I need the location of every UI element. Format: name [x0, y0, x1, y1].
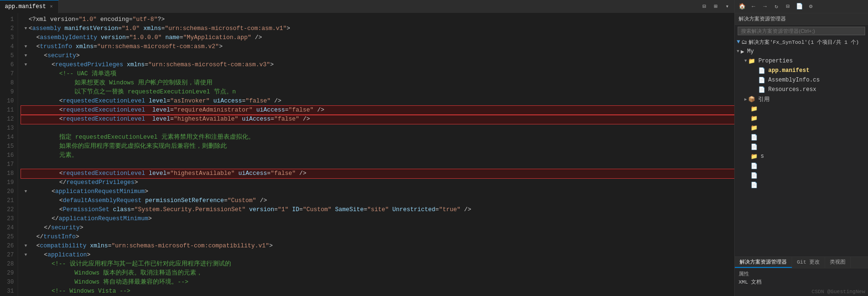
- tag-token: requestedExecutionLevel: [63, 106, 146, 115]
- home-icon[interactable]: 🏠: [737, 1, 747, 12]
- punct-token: [288, 205, 292, 214]
- tag-token: application: [48, 251, 87, 260]
- tag-token: trustInfo: [43, 233, 76, 242]
- code-content[interactable]: <?xml version="1.0" encoding="utf-8"?>▼<…: [18, 13, 734, 296]
- fold-indicator: [23, 171, 29, 177]
- comment-token: <!-- UAC 清单选项: [59, 70, 116, 79]
- collapse-icon[interactable]: ⊟: [783, 1, 793, 12]
- tree-item[interactable]: 📄Resources.resx: [735, 85, 868, 94]
- show-files-icon[interactable]: 📄: [794, 1, 804, 12]
- tree-item[interactable]: 📁: [735, 123, 868, 133]
- tree-item[interactable]: 📁s: [735, 152, 868, 161]
- bottom-tab-1[interactable]: Git 更改: [792, 257, 825, 268]
- tree-item[interactable]: 📄: [735, 133, 868, 142]
- forward-icon[interactable]: →: [760, 1, 770, 12]
- fold-indicator[interactable]: ▼: [23, 244, 29, 249]
- code-line: 以下节点之一替换 requestedExecutionLevel 节点。n: [21, 88, 734, 97]
- fold-indicator[interactable]: ▼: [23, 44, 29, 50]
- tag-token: security: [48, 51, 76, 61]
- punct-token: <: [59, 196, 63, 205]
- tree-fold-icon[interactable]: ▼: [744, 59, 747, 63]
- punct-token: [253, 106, 256, 115]
- code-line: </requestedPrivileges>: [21, 178, 734, 187]
- solution-root[interactable]: ▼ 🗂 解决方案'Fx_SynTool'(1 个项目/共 1 个): [735, 37, 868, 47]
- doc-type-value: XML 文档: [739, 278, 864, 286]
- tree-item[interactable]: 📁: [735, 113, 868, 123]
- attr-token: ID: [292, 205, 299, 214]
- tree-item[interactable]: ▶📦引用: [735, 94, 868, 104]
- fold-indicator: [23, 117, 29, 122]
- tree-item-icon: 📄: [751, 182, 758, 189]
- tree-item-label: AssemblyInfo.cs: [768, 77, 820, 83]
- val-token: "1": [278, 205, 289, 214]
- back-icon[interactable]: ←: [748, 1, 759, 12]
- tree-item[interactable]: 📄AssemblyInfo.cs: [735, 75, 868, 85]
- tree-item[interactable]: ▼▶My: [735, 47, 868, 56]
- punct-token: =: [170, 106, 174, 115]
- bottom-tab-0[interactable]: 解决方案资源管理器: [735, 257, 792, 268]
- code-line: <!-- Windows Vista -->: [21, 287, 734, 296]
- val-token: "asInvoker": [170, 97, 210, 106]
- code-line: Windows 将自动选择最兼容的环境。-->: [21, 278, 734, 287]
- tree-item[interactable]: 📄: [735, 171, 868, 180]
- attr-token: level: [152, 106, 170, 115]
- punct-token: <: [36, 42, 40, 51]
- punct-token: />: [271, 97, 282, 106]
- tree-fold-icon[interactable]: ▼: [737, 49, 739, 54]
- tab-close-button[interactable]: ×: [49, 4, 53, 10]
- tree-item[interactable]: 📄: [735, 180, 868, 190]
- tag-token: requestedPrivileges: [55, 61, 124, 70]
- fold-indicator[interactable]: ▼: [23, 253, 29, 258]
- tree-fold-icon[interactable]: ▶: [744, 97, 747, 102]
- fold-indicator: [23, 153, 29, 159]
- punct-token: [86, 242, 90, 251]
- fold-indicator[interactable]: ▼: [23, 26, 29, 32]
- attr-token: level: [149, 169, 167, 178]
- tree-item[interactable]: 📄: [735, 161, 868, 171]
- code-line: <requestedExecutionLevel level="highestA…: [21, 115, 734, 124]
- tree-item[interactable]: 📁: [735, 104, 868, 113]
- tree-item-icon: 📄: [758, 67, 765, 74]
- tag-token: applicationRequestMinimum: [55, 187, 145, 196]
- tab-bar: app.manifest × ⊟ ⊞ ▾: [0, 0, 734, 13]
- refresh-icon[interactable]: ↻: [771, 1, 782, 12]
- tree-item-icon: 📁: [751, 105, 758, 112]
- split-editor-icon[interactable]: ⊟: [699, 1, 709, 12]
- fold-indicator[interactable]: ▼: [23, 62, 29, 68]
- fold-indicator: [23, 180, 29, 186]
- fold-indicator: [23, 225, 29, 231]
- panel-toolbar: 🏠 ← → ↻ ⊟ 📄 ⚙: [735, 0, 868, 13]
- punct-token: >: [145, 187, 148, 196]
- punct-token: <: [44, 251, 48, 260]
- punct-token: />: [299, 115, 310, 124]
- tree-items-container: ▼▶My▼📁Properties📄app.manifest📄AssemblyIn…: [735, 47, 868, 190]
- tree-item-icon: 📦: [748, 96, 755, 103]
- punct-token: [142, 196, 146, 205]
- new-tab-icon[interactable]: ⊞: [710, 1, 721, 12]
- tree-item[interactable]: ▼📁Properties: [735, 56, 868, 66]
- fold-indicator[interactable]: ▼: [23, 53, 29, 59]
- tree-item[interactable]: 📄app.manifest: [735, 66, 868, 75]
- code-line: ▼<application>: [21, 251, 734, 260]
- solution-explorer-search[interactable]: [738, 27, 865, 35]
- attr-token: uiAccess: [242, 115, 271, 124]
- tree-item[interactable]: 📄: [735, 142, 868, 152]
- fold-indicator[interactable]: ▼: [23, 189, 29, 195]
- fold-indicator: [23, 216, 29, 222]
- tab-app-manifest[interactable]: app.manifest ×: [0, 0, 59, 13]
- tree-item-icon: 📄: [758, 86, 765, 93]
- punct-token: </: [44, 224, 51, 233]
- settings-icon[interactable]: ⚙: [805, 1, 816, 12]
- punct-token: =: [271, 115, 275, 124]
- comment-token: 元素。: [59, 151, 78, 160]
- overflow-icon[interactable]: ▾: [722, 1, 732, 12]
- punct-token: =: [94, 42, 97, 51]
- punct-token: <: [59, 106, 63, 115]
- val-token: "MyApplication.app": [183, 33, 252, 42]
- val-token: "true": [439, 205, 460, 214]
- fold-indicator: [23, 81, 29, 86]
- val-token: "utf-8": [133, 15, 158, 24]
- punct-token: />: [296, 169, 307, 178]
- fold-indicator: [23, 207, 29, 213]
- bottom-tab-2[interactable]: 类视图: [825, 257, 851, 268]
